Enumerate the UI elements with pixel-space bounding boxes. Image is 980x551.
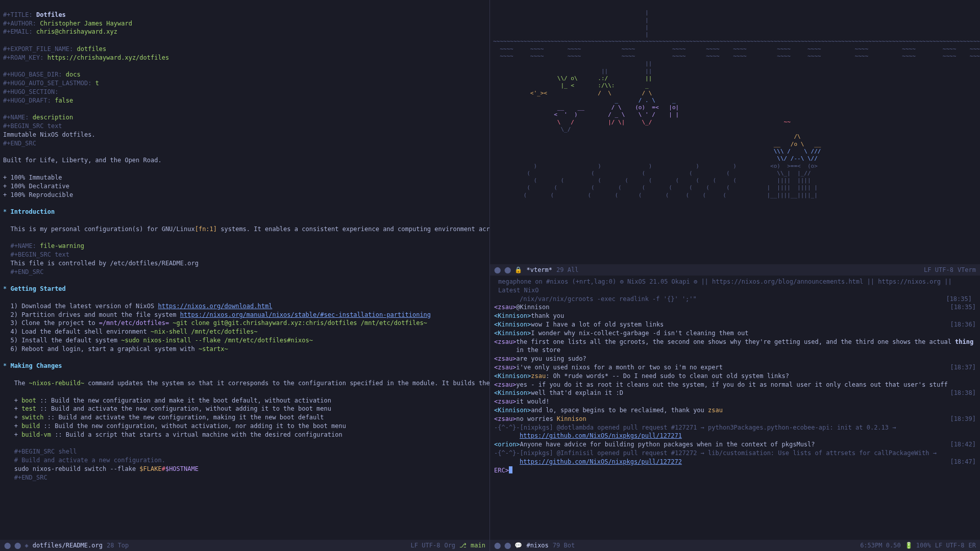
op-boot: boot — [21, 397, 36, 404]
pr-link[interactable]: https://github.com/NixOS/nixpkgs/pull/12… — [520, 458, 950, 466]
irc-pane[interactable]: megaphone on #nixos (+nrt,lag:0) ⚙ NixOS… — [490, 276, 980, 540]
end-src: #+END_SRC — [3, 140, 36, 147]
bullet-2: + 100% Declarative — [3, 183, 69, 190]
cursor-icon — [509, 466, 512, 473]
ascii-fish: < ' ) / _ \ \ ' / | | — [493, 111, 679, 118]
download-link[interactable]: https://nixos.org/download.html — [158, 303, 272, 310]
name2-key: #+NAME: — [10, 242, 36, 249]
step-3c: ~git clone git@git.chrishayward.xyz:chri… — [169, 319, 427, 327]
mc-p1c: command updates the system so that it co… — [84, 380, 489, 387]
irc-text: i've only used nixos for a month or two … — [516, 363, 950, 372]
irc-timestamp: [18:37] — [950, 363, 976, 372]
org-editor[interactable]: #+TITLE: Dotfiles #+AUTHOR: Christopher … — [0, 0, 489, 540]
author-value: Christopher James Hayward — [40, 20, 132, 27]
mc-p1b: ~nixos-rebuild~ — [29, 380, 84, 387]
irc-nick: <zsau> — [494, 363, 516, 372]
modeline-icons: ⬤ ⬤ 🔒 — [494, 266, 522, 274]
hugo-section-key: #+HUGO_SECTION: — [3, 88, 58, 95]
irc-msg: <zsau> the first one lists all the gcroo… — [494, 338, 976, 355]
step-4b: ~nix-shell /mnt/etc/dotfiles~ — [151, 328, 258, 335]
wave-line: ~~~~ ~~~~ ~~~~ ~~~~ ~~~~ ~~~~ ~~~~ ~~~~ … — [493, 53, 980, 60]
star-icon: * — [3, 362, 10, 369]
git-branch-icon: ⎇ — [459, 541, 467, 550]
irc-text: no worries Kinnison — [516, 415, 950, 423]
pr-link[interactable]: https://github.com/NixOS/nixpkgs/pull/12… — [520, 432, 682, 440]
op-buildvm-desc: :: Build a script that starts a virtual … — [55, 431, 342, 438]
step-2: 2) Partition drives and mount the file s… — [10, 311, 180, 318]
modeline-encoding: LF UTF-8 — [924, 266, 953, 274]
irc-prompt-line[interactable]: ERC> — [494, 466, 976, 475]
irc-timestamp: [18:39] — [950, 415, 976, 423]
op-build: build — [21, 422, 40, 430]
heading-getting-started: Getting Started — [10, 285, 65, 292]
irc-bot-link: https://github.com/NixOS/nixpkgs/pull/12… — [494, 432, 976, 440]
modeline-filename: dotfiles/README.org — [33, 541, 103, 550]
irc-msg: <zsau> it would! — [494, 397, 976, 406]
irc-msg: <zsau> @Kinnison[18:35] — [494, 303, 976, 312]
irc-text: well that'd explain it :D — [531, 389, 950, 397]
author-key: #+AUTHOR: — [3, 20, 36, 27]
irc-nick: <zsau> — [494, 397, 516, 406]
modeline-mode: Org — [444, 541, 455, 550]
var-hostname: $HOSTNAME — [165, 465, 199, 472]
vterm-pane[interactable]: | | | | ~~~~~~~~~~~~~~~~~~~~~~~~~~~~~~~~… — [490, 0, 980, 264]
irc-msg: <zsau> are you using sudo? — [494, 355, 976, 363]
name2-val: file-warning — [40, 242, 84, 249]
step-5a: 5) Install the default system — [10, 337, 121, 344]
ascii-fish: \\\ / \ /// — [493, 148, 821, 155]
begin-src: #+BEGIN_SRC text — [3, 122, 62, 130]
op-build-desc: :: Build the new configuration, without … — [43, 422, 346, 430]
ascii-fish: ( ( ( ( ( \\_| |_// — [493, 170, 811, 177]
buffer-name: *vterm* — [526, 266, 552, 274]
irc-bot-msg: -{^-^}- [nixpkgs] @dotlambda opened pull… — [494, 423, 976, 432]
irc-text: zsau: Oh *rude words* -- Do I need sudo … — [531, 372, 976, 381]
step-4a: 4) Load the default shell environment — [10, 328, 151, 335]
partition-link[interactable]: https://nixos.org/manual/nixos/stable/#s… — [180, 311, 431, 318]
irc-topic: megaphone on #nixos (+nrt,lag:0) ⚙ NixOS… — [494, 278, 976, 295]
op-boot-desc: :: Build the new configuration and make … — [40, 397, 331, 404]
intro-p2: systems. It enables a consistent experie… — [217, 226, 489, 233]
op-test: test — [21, 405, 36, 412]
intro-p1: This is my personal configuration(s) for… — [10, 226, 194, 233]
irc-timestamp: [18:38] — [950, 389, 976, 397]
shell-cmd: sudo nixos-rebuild switch --flake — [14, 465, 140, 472]
irc-nick: <zsau> — [494, 303, 516, 312]
ascii-fish: \ / |/ \| \_/ ~~ — [493, 119, 791, 126]
ascii-fish: ( ( ( ( ( ( ( ( ( | |||| |||| | — [493, 184, 818, 191]
wave-line: ~~~~~~~~~~~~~~~~~~~~~~~~~~~~~~~~~~~~~~~~… — [493, 38, 980, 45]
step-6b: ~startx~ — [199, 345, 228, 353]
ascii-fish: ) ) ) ) ) <o) >==< (o> — [493, 163, 818, 169]
ascii-fish: |_ < :/\\: _ — [493, 82, 649, 89]
irc-text: wow I have a lot of old system links — [531, 320, 950, 329]
battery-icon: 🔋 100% — [905, 541, 931, 550]
irc-msg: <Kinnison> well that'd explain it :D[18:… — [494, 389, 976, 397]
ascii-fish: \\/ o\ .:/ || — [493, 75, 652, 82]
step-5b: ~sudo nixos-install --flake /mnt/etc/dot… — [121, 337, 313, 344]
op-test-desc: :: Build and activate the new configurat… — [40, 405, 331, 412]
irc-nick: <zsau> — [494, 338, 516, 355]
hugo-draft: false — [55, 97, 73, 104]
footnote-1[interactable]: [fn:1] — [195, 226, 217, 233]
export-value: dotfiles — [77, 45, 107, 53]
irc-msg: <zsau> no worries Kinnison[18:39] — [494, 415, 976, 423]
hugo-draft-key: #+HUGO_DRAFT: — [3, 97, 51, 104]
irc-msg: <orion> Anyone have advice for building … — [494, 440, 976, 449]
irc-text: it would! — [516, 397, 976, 406]
modeline-status-icons: ⬤ ⬤ ◈ — [4, 541, 29, 550]
ascii-fish: || || — [493, 68, 652, 74]
name-key: #+NAME: — [3, 114, 29, 121]
sep: # — [162, 465, 165, 472]
modeline-icons: ⬤ ⬤ 💬 — [494, 541, 522, 550]
ascii-fish: _ / . \ _ — [493, 97, 676, 104]
editor-pane: #+TITLE: Dotfiles #+AUTHOR: Christopher … — [0, 0, 490, 551]
irc-text: yes - if you do it as root it cleans out… — [516, 381, 976, 389]
irc-nick: <Kinnison> — [494, 320, 531, 329]
op-switch: switch — [21, 414, 43, 421]
irc-nick: <Kinnison> — [494, 329, 531, 338]
email-key: #+EMAIL: — [3, 28, 33, 35]
hugo-lastmod: t — [95, 80, 99, 87]
irc-nick: <Kinnison> — [494, 389, 531, 397]
hugo-lastmod-key: #+HUGO_AUTO_SET_LASTMOD: — [3, 80, 91, 87]
heading-intro: Introduction — [10, 208, 55, 215]
title-value: Dotfiles — [36, 11, 66, 18]
